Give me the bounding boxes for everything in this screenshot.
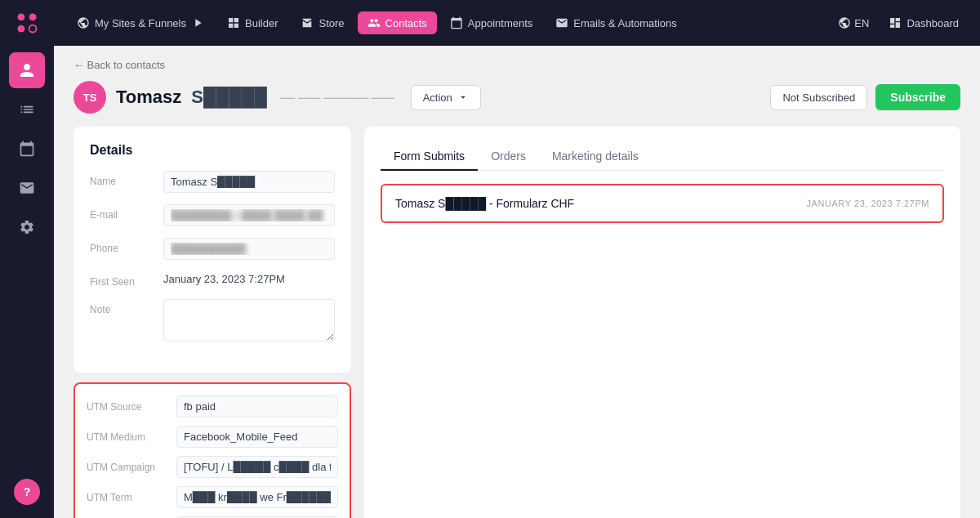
not-subscribed-label: Not Subscribed <box>782 92 855 104</box>
help-button[interactable]: ? <box>14 479 40 505</box>
logo-icon <box>14 10 40 36</box>
subscribe-label: Subscribe <box>890 91 946 104</box>
utm-medium-input[interactable] <box>176 426 338 448</box>
svg-point-2 <box>17 25 24 33</box>
nav-contacts[interactable]: Contacts <box>358 11 437 34</box>
nav-store[interactable]: Store <box>291 11 354 34</box>
utm-source-input[interactable] <box>176 395 338 418</box>
utm-term-input[interactable] <box>176 486 338 508</box>
tab-orders-label: Orders <box>491 150 526 163</box>
nav-dashboard[interactable]: Dashboard <box>880 11 967 34</box>
utm-term-label: UTM Term <box>87 492 168 503</box>
name-label: Name <box>90 171 155 187</box>
name-row: Name <box>90 171 335 193</box>
nav-emails-label: Emails & Automations <box>573 17 676 29</box>
avatar-initials: TS <box>83 92 97 104</box>
tab-form-submits[interactable]: Form Submits <box>381 143 478 171</box>
page-content: ← Back to contacts TS Tomasz S█████ ── ─… <box>54 46 980 518</box>
contact-last-name: S█████ <box>191 87 267 108</box>
nav-my-sites[interactable]: My Sites & Funnels <box>67 11 214 34</box>
utm-campaign-row: UTM Campaign <box>87 456 338 478</box>
sites-arrow-icon <box>191 16 204 29</box>
note-textarea[interactable] <box>163 299 335 342</box>
sidebar-item-calendar[interactable] <box>9 131 45 167</box>
sidebar-item-contacts[interactable] <box>9 52 45 88</box>
sites-icon <box>77 16 90 29</box>
utm-source-row: UTM Source <box>87 395 338 418</box>
contact-id: ── ─── ────── ─── <box>280 92 394 104</box>
dashboard-icon <box>889 16 902 29</box>
top-navigation: My Sites & Funnels Builder Store Contact… <box>54 0 980 46</box>
header-right: Not Subscribed Subscribe <box>770 84 960 110</box>
contact-first-name: Tomasz <box>116 87 181 108</box>
store-icon <box>301 16 314 29</box>
calendar-sidebar-icon <box>19 141 35 157</box>
sidebar-logo[interactable] <box>0 0 54 46</box>
details-title: Details <box>90 143 335 158</box>
nav-emails[interactable]: Emails & Automations <box>546 11 686 34</box>
email-row: E-mail <box>90 204 335 226</box>
form-entry-name: Tomasz S█████ - Formularz CHF <box>395 197 574 210</box>
not-subscribed-badge: Not Subscribed <box>770 85 867 110</box>
list-icon <box>19 101 35 118</box>
email-nav-icon <box>555 16 568 29</box>
contact-avatar: TS <box>74 81 106 114</box>
form-submit-entry-0[interactable]: Tomasz S█████ - Formularz CHF JANUARY 23… <box>381 184 944 223</box>
tab-marketing-label: Marketing details <box>552 150 639 163</box>
utm-medium-label: UTM Medium <box>87 431 168 443</box>
sidebar-item-mail[interactable] <box>9 170 45 206</box>
chevron-down-icon <box>457 92 469 103</box>
back-to-contacts-link[interactable]: ← Back to contacts <box>74 59 165 71</box>
tab-form-submits-label: Form Submits <box>394 150 465 163</box>
note-label: Note <box>90 299 155 315</box>
name-input[interactable] <box>163 171 335 193</box>
contacts-nav-icon <box>368 16 381 29</box>
nav-builder-label: Builder <box>245 17 278 29</box>
nav-contacts-label: Contacts <box>385 17 427 29</box>
email-label: E-mail <box>90 204 155 221</box>
action-button[interactable]: Action <box>411 85 481 110</box>
tab-marketing[interactable]: Marketing details <box>539 143 652 171</box>
phone-label: Phone <box>90 238 155 254</box>
phone-input[interactable] <box>163 238 335 260</box>
first-seen-label: First Seen <box>90 271 155 288</box>
left-panel: Details Name E-mail Phon <box>74 127 351 518</box>
nav-store-label: Store <box>318 17 344 29</box>
nav-builder[interactable]: Builder <box>217 11 287 34</box>
utm-section: UTM Source UTM Medium UTM Campaign UTM T… <box>74 382 351 518</box>
sidebar-item-settings[interactable] <box>9 209 45 245</box>
builder-icon <box>227 16 240 29</box>
svg-point-1 <box>29 13 37 20</box>
details-card: Details Name E-mail Phon <box>74 127 351 373</box>
nav-dashboard-label: Dashboard <box>906 17 959 29</box>
utm-campaign-input[interactable] <box>176 456 338 478</box>
right-panel: Form Submits Orders Marketing details To… <box>364 127 960 518</box>
svg-point-0 <box>17 13 24 20</box>
utm-campaign-label: UTM Campaign <box>87 462 168 473</box>
note-row: Note <box>90 299 335 345</box>
appointments-icon <box>450 16 463 29</box>
mail-icon <box>19 180 35 196</box>
contact-header: TS Tomasz S█████ ── ─── ────── ─── Actio… <box>74 81 960 114</box>
back-label: ← Back to contacts <box>74 59 165 71</box>
nav-appointments-label: Appointments <box>468 17 533 29</box>
nav-my-sites-label: My Sites & Funnels <box>95 17 186 29</box>
tab-orders[interactable]: Orders <box>478 143 539 171</box>
sidebar-icons <box>9 46 45 479</box>
utm-medium-row: UTM Medium <box>87 426 338 448</box>
tabs-row: Form Submits Orders Marketing details <box>381 143 944 171</box>
utm-source-label: UTM Source <box>87 401 168 413</box>
sidebar-item-tasks[interactable] <box>9 92 45 127</box>
nav-lang-label: EN <box>854 17 869 29</box>
svg-point-3 <box>29 25 37 33</box>
nav-language[interactable]: EN <box>830 11 877 34</box>
form-entry-name-text: Tomasz S█████ - Formularz CHF <box>395 197 574 210</box>
email-input[interactable] <box>163 204 335 226</box>
first-seen-row: First Seen January 23, 2023 7:27PM <box>90 271 335 288</box>
globe-icon <box>838 16 851 29</box>
nav-appointments[interactable]: Appointments <box>440 11 543 34</box>
main-wrapper: My Sites & Funnels Builder Store Contact… <box>54 0 980 518</box>
phone-row: Phone <box>90 238 335 260</box>
utm-term-row: UTM Term <box>87 486 338 508</box>
subscribe-button[interactable]: Subscribe <box>875 84 960 110</box>
